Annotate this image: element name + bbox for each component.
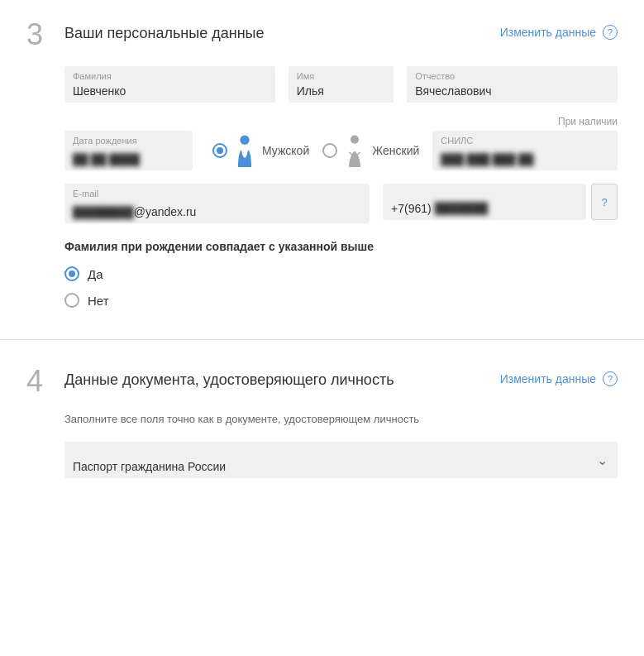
maiden-no-label: Нет	[88, 294, 109, 308]
birth-date-label: Дата рождения	[73, 136, 137, 146]
dropdown-arrow-icon: ⌄	[597, 452, 608, 468]
gender-female-option[interactable]: Женский	[322, 134, 419, 167]
gender-male-label: Мужской	[262, 144, 309, 157]
patronymic-label: Отчество	[415, 71, 455, 81]
maiden-no-radio[interactable]	[64, 293, 79, 308]
section-4-title: Данные документа, удостоверяющего личнос…	[64, 366, 500, 389]
maiden-no-option[interactable]: Нет	[64, 293, 618, 308]
doc-type-dropdown[interactable]: Паспорт гражданина России	[64, 442, 618, 478]
snils-label: СНИЛС	[441, 136, 473, 146]
first-name-label: Имя	[297, 71, 314, 81]
doc-type-field: Наименование документа, удостоверяющего …	[64, 442, 618, 478]
svg-point-0	[240, 136, 249, 145]
email-value[interactable]: ████████@yandex.ru	[64, 184, 370, 223]
section-4: 4 Данные документа, удостоверяющего личн…	[0, 340, 644, 498]
section-3-header: 3 Ваши персональные данные Изменить данн…	[26, 20, 618, 50]
phone-value-blurred: ███████	[435, 184, 494, 220]
if-available-note: При наличии	[64, 116, 618, 127]
maiden-yes-label: Да	[88, 267, 103, 281]
section-3-title: Ваши персональные данные	[64, 20, 500, 42]
section-3-actions: Изменить данные ?	[500, 20, 618, 40]
gender-female-label: Женский	[372, 144, 419, 157]
birth-date-blurred: ██ ██ ████	[73, 153, 140, 165]
section-4-header: 4 Данные документа, удостоверяющего личн…	[26, 366, 618, 396]
snils-field: СНИЛС ███ ███ ███ ██	[432, 131, 618, 170]
section-4-change-link[interactable]: Изменить данные	[500, 372, 596, 385]
last-name-field: Фамилия	[64, 66, 275, 103]
section-3: 3 Ваши персональные данные Изменить данн…	[0, 0, 644, 339]
phone-prefix: +7(961)	[383, 184, 435, 220]
birth-gender-snils-row: Дата рождения ██ ██ ████ Мужской	[64, 131, 618, 170]
section-3-number: 3	[26, 20, 51, 50]
section-4-actions: Изменить данные ?	[500, 366, 618, 386]
contact-fields-row: E-mail ████████@yandex.ru Контактный тел…	[64, 184, 618, 223]
maiden-name-section: Фамилия при рождении совпадает с указанн…	[64, 240, 618, 308]
gender-row: Мужской Женский	[206, 134, 419, 167]
gender-male-radio[interactable]	[212, 143, 227, 158]
female-person-icon	[342, 134, 367, 167]
doc-type-value: Паспорт гражданина России	[73, 460, 226, 473]
section-4-subtitle: Заполните все поля точно как в документе…	[64, 413, 618, 425]
first-name-field: Имя	[289, 66, 394, 103]
section-4-number: 4	[26, 366, 51, 396]
section-3-content: Фамилия Имя Отчество При наличии Дата ро…	[64, 66, 618, 308]
doc-type-dropdown-wrapper: Паспорт гражданина России ⌄	[64, 442, 618, 478]
patronymic-field: Отчество	[407, 66, 618, 103]
section-3-help-icon[interactable]: ?	[603, 25, 618, 40]
section-4-content: Наименование документа, удостоверяющего …	[64, 442, 618, 478]
email-suffix: @yandex.ru	[134, 205, 197, 218]
email-field: E-mail ████████@yandex.ru	[64, 184, 370, 223]
snils-blurred: ███ ███ ███ ██	[441, 153, 533, 165]
name-fields-row: Фамилия Имя Отчество	[64, 66, 618, 103]
email-prefix-blurred: ████████	[73, 206, 134, 218]
maiden-yes-radio[interactable]	[64, 266, 79, 281]
maiden-name-label: Фамилия при рождении совпадает с указанн…	[64, 240, 618, 253]
birth-date-field: Дата рождения ██ ██ ████	[64, 131, 193, 170]
male-person-icon	[232, 134, 257, 167]
gender-male-option[interactable]: Мужской	[212, 134, 309, 167]
maiden-yes-option[interactable]: Да	[64, 266, 618, 281]
phone-help-icon[interactable]: ?	[591, 184, 618, 220]
section-3-change-link[interactable]: Изменить данные	[500, 26, 596, 39]
phone-field[interactable]: +7(961) ███████	[383, 184, 586, 220]
last-name-label: Фамилия	[73, 71, 112, 81]
email-label: E-mail	[73, 189, 98, 199]
gender-female-radio[interactable]	[322, 143, 337, 158]
svg-point-1	[351, 135, 359, 143]
phone-group: Контактный телефон +7(961) ███████ ?	[383, 184, 618, 223]
section-4-help-icon[interactable]: ?	[603, 371, 618, 386]
